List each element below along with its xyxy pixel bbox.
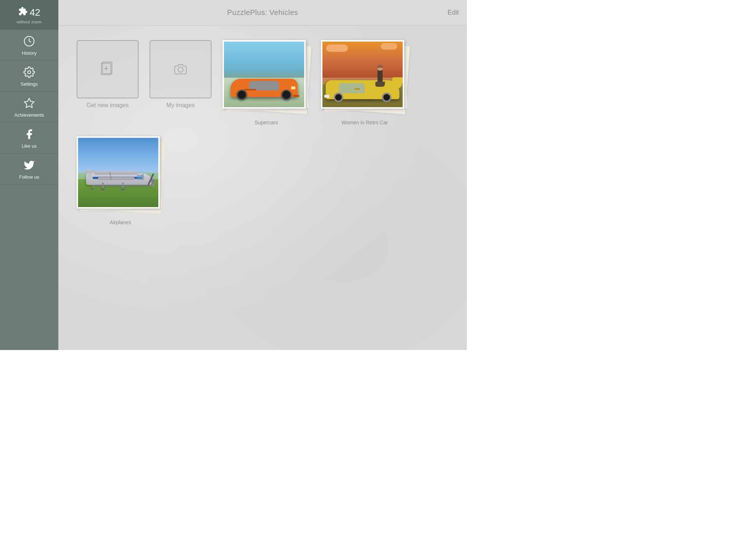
sidebar-item-history[interactable]: History bbox=[0, 30, 58, 61]
without-zoom-label: without zoom bbox=[17, 20, 42, 24]
albums-row-1: Get new images My images bbox=[77, 40, 449, 125]
sidebar-item-like-us[interactable]: Like us bbox=[0, 122, 58, 153]
sidebar-item-settings[interactable]: Settings bbox=[0, 61, 58, 92]
retro-car-album[interactable]: Women in Retro Car bbox=[321, 40, 409, 125]
camera-icon bbox=[173, 61, 189, 78]
get-new-images-label: Get new images bbox=[86, 102, 129, 109]
content-area: Get new images My images bbox=[58, 26, 467, 350]
sidebar-top: 42 without zoom bbox=[0, 0, 58, 30]
supercars-photo bbox=[222, 40, 306, 109]
my-images-placeholder bbox=[150, 40, 212, 98]
airplanes-stack bbox=[77, 136, 164, 217]
clock-icon bbox=[23, 35, 35, 50]
star-icon bbox=[23, 97, 35, 112]
retro-car-image bbox=[322, 42, 403, 107]
airplanes-photo bbox=[77, 136, 160, 209]
supercars-album[interactable]: Supercars bbox=[222, 40, 310, 125]
puzzle-count: 42 bbox=[30, 7, 40, 18]
puzzle-count-row: 42 bbox=[18, 7, 40, 18]
sidebar: 42 without zoom History Settings bbox=[0, 0, 58, 350]
get-new-images-item[interactable]: Get new images bbox=[77, 40, 139, 109]
svg-marker-2 bbox=[24, 98, 34, 108]
svg-point-7 bbox=[178, 67, 183, 72]
app-title: PuzzlePlus: Vehicles bbox=[227, 8, 298, 17]
supercar-image bbox=[224, 42, 304, 107]
add-images-icon bbox=[100, 61, 116, 78]
sidebar-item-follow-us[interactable]: Follow us bbox=[0, 153, 58, 184]
retro-car-photo bbox=[321, 40, 404, 109]
sidebar-item-history-label: History bbox=[22, 50, 36, 56]
airplanes-album[interactable]: Airplanes bbox=[77, 136, 164, 225]
get-new-images-placeholder bbox=[77, 40, 139, 98]
albums-row-2: Airplanes bbox=[77, 136, 449, 225]
supercars-stack bbox=[222, 40, 310, 117]
facebook-icon bbox=[23, 128, 35, 143]
twitter-icon bbox=[23, 159, 35, 174]
sidebar-item-follow-us-label: Follow us bbox=[19, 174, 39, 180]
retro-car-stack bbox=[321, 40, 409, 117]
svg-point-1 bbox=[28, 71, 31, 74]
edit-button[interactable]: Edit bbox=[448, 9, 459, 16]
sidebar-item-like-us-label: Like us bbox=[22, 143, 36, 149]
airplane-image bbox=[78, 138, 158, 207]
airplanes-label: Airplanes bbox=[110, 219, 131, 225]
my-images-item[interactable]: My images bbox=[150, 40, 212, 109]
my-images-label: My images bbox=[166, 102, 194, 109]
supercars-label: Supercars bbox=[255, 120, 278, 125]
puzzle-icon bbox=[18, 7, 28, 18]
sidebar-item-achievements-label: Achievements bbox=[14, 112, 44, 118]
gear-icon bbox=[23, 66, 35, 81]
header: PuzzlePlus: Vehicles Edit bbox=[58, 0, 467, 26]
sidebar-item-achievements[interactable]: Achievements bbox=[0, 92, 58, 122]
sidebar-item-settings-label: Settings bbox=[21, 81, 38, 87]
main-content: PuzzlePlus: Vehicles Edit bbox=[58, 0, 467, 350]
retro-car-label: Women in Retro Car bbox=[341, 120, 388, 125]
